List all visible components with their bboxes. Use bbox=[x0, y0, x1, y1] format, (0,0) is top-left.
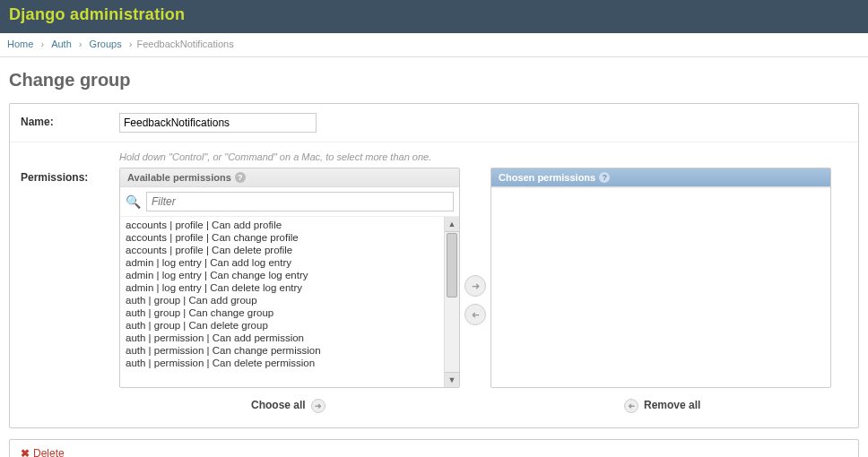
available-header-text: Available permissions bbox=[127, 172, 231, 183]
permission-option[interactable]: accounts | profile | Can delete profile bbox=[124, 244, 444, 256]
permission-option[interactable]: auth | permission | Can add permission bbox=[124, 332, 444, 344]
breadcrumb-groups[interactable]: Groups bbox=[90, 39, 122, 49]
help-icon[interactable]: ? bbox=[235, 172, 246, 183]
permission-option[interactable]: auth | permission | Can change permissio… bbox=[124, 344, 444, 357]
breadcrumb-auth[interactable]: Auth bbox=[51, 39, 72, 49]
choose-all-link[interactable]: Choose all ➜ bbox=[251, 399, 328, 411]
permission-option[interactable]: admin | log entry | Can add log entry bbox=[124, 256, 444, 269]
chosen-permissions-box: Chosen permissions ? bbox=[490, 168, 831, 388]
remove-all-link[interactable]: ➜ Remove all bbox=[621, 399, 701, 411]
help-icon[interactable]: ? bbox=[599, 172, 610, 183]
permission-option[interactable]: auth | permission | Can delete permissio… bbox=[124, 357, 444, 369]
site-header: Django administration bbox=[0, 0, 868, 35]
delete-module: ✖ Delete bbox=[9, 439, 859, 457]
available-header: Available permissions ? bbox=[120, 168, 459, 187]
name-label: Name: bbox=[21, 113, 119, 133]
page-title: Change group bbox=[9, 70, 859, 91]
arrow-right-icon: ➜ bbox=[472, 280, 480, 292]
permission-option[interactable]: auth | group | Can delete group bbox=[124, 319, 444, 332]
permission-option[interactable]: auth | group | Can change group bbox=[124, 306, 444, 319]
selector-buttons: ➜ ➜ bbox=[460, 168, 490, 388]
scrollbar[interactable]: ▲ ▼ bbox=[444, 217, 459, 387]
permissions-help-text: Hold down "Control", or "Command" on a M… bbox=[119, 151, 847, 162]
add-button[interactable]: ➜ bbox=[464, 275, 486, 297]
delete-link[interactable]: ✖ Delete bbox=[10, 440, 75, 457]
permission-option[interactable]: accounts | profile | Can add profile bbox=[124, 219, 444, 231]
chosen-header: Chosen permissions ? bbox=[491, 168, 830, 187]
arrow-left-icon: ➜ bbox=[472, 309, 480, 321]
group-form-module: Name: Permissions: Hold down "Control", … bbox=[9, 103, 859, 428]
breadcrumb-home[interactable]: Home bbox=[7, 39, 33, 49]
breadcrumb-current: FeedbackNotifications bbox=[136, 39, 233, 49]
permissions-selector: Available permissions ? 🔍 accounts | pro… bbox=[119, 168, 847, 388]
choose-all-label: Choose all bbox=[251, 399, 306, 411]
chosen-list[interactable] bbox=[491, 188, 830, 384]
permission-option[interactable]: auth | group | Can add group bbox=[124, 294, 444, 306]
scroll-down-icon[interactable]: ▼ bbox=[445, 372, 459, 387]
permission-option[interactable]: admin | log entry | Can delete log entry bbox=[124, 281, 444, 294]
delete-icon: ✖ bbox=[21, 447, 30, 457]
arrow-right-icon: ➜ bbox=[311, 399, 326, 413]
permission-option[interactable]: admin | log entry | Can change log entry bbox=[124, 269, 444, 281]
search-icon: 🔍 bbox=[126, 194, 141, 209]
arrow-left-icon: ➜ bbox=[624, 399, 638, 413]
available-list[interactable]: accounts | profile | Can add profileacco… bbox=[120, 217, 444, 387]
remove-all-label: Remove all bbox=[644, 399, 700, 411]
scroll-thumb[interactable] bbox=[447, 233, 457, 297]
remove-button[interactable]: ➜ bbox=[464, 304, 486, 325]
permission-option[interactable]: accounts | profile | Can change profile bbox=[124, 231, 444, 244]
available-permissions-box: Available permissions ? 🔍 accounts | pro… bbox=[119, 168, 460, 388]
chosen-header-text: Chosen permissions bbox=[499, 172, 595, 183]
site-title-link[interactable]: Django administration bbox=[9, 5, 185, 23]
delete-label: Delete bbox=[33, 447, 65, 457]
permissions-label: Permissions: bbox=[21, 151, 119, 184]
name-field[interactable] bbox=[119, 113, 317, 133]
breadcrumb: Home › Auth › Groups › FeedbackNotificat… bbox=[0, 35, 868, 57]
available-filter-input[interactable] bbox=[146, 192, 454, 211]
scroll-up-icon[interactable]: ▲ bbox=[445, 217, 459, 232]
